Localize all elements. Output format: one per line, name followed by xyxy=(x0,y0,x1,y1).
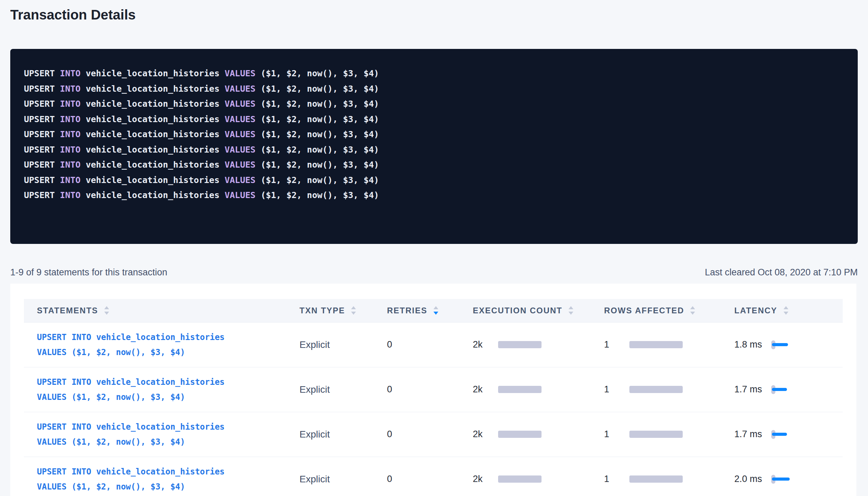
sql-params: ($1, $2, now(), $3, $4) xyxy=(261,114,379,124)
sql-keyword-into: INTO xyxy=(55,190,85,200)
column-label: STATEMENTS xyxy=(37,306,98,315)
latency-value: 1.7 ms xyxy=(734,384,771,395)
sql-keyword-into: INTO xyxy=(55,145,85,155)
latency-bar xyxy=(772,433,787,436)
statement-link-line1[interactable]: UPSERT INTO vehicle_location_histories xyxy=(37,330,289,345)
sql-keyword-values: VALUES xyxy=(219,190,261,200)
sql-params: ($1, $2, now(), $3, $4) xyxy=(261,129,379,139)
sort-arrows-icon xyxy=(104,306,109,315)
execution-count-value: 2k xyxy=(473,429,498,440)
sql-table-name: vehicle_location_histories xyxy=(86,190,219,200)
sql-keyword-upsert: UPSERT xyxy=(24,84,55,94)
sql-keyword-into: INTO xyxy=(55,68,85,78)
column-header-latency[interactable]: LATENCY xyxy=(724,299,843,322)
sql-keyword-upsert: UPSERT xyxy=(24,190,55,200)
sql-params: ($1, $2, now(), $3, $4) xyxy=(261,84,379,94)
latency-bar-chart xyxy=(771,430,802,439)
sql-keyword-upsert: UPSERT xyxy=(24,99,55,109)
rows-affected-cell: 1 xyxy=(594,412,724,457)
sql-statement-line: UPSERT INTO vehicle_location_histories V… xyxy=(24,112,847,127)
statement-link-line1[interactable]: UPSERT INTO vehicle_location_histories xyxy=(37,464,289,479)
execution-count-cell: 2k xyxy=(463,367,594,412)
statement-cell: UPSERT INTO vehicle_location_histories V… xyxy=(24,457,289,496)
sql-statements-box: UPSERT INTO vehicle_location_histories V… xyxy=(10,49,858,244)
rows-affected-cell: 1 xyxy=(594,457,724,496)
sql-keyword-into: INTO xyxy=(55,129,85,139)
execution-count-bar xyxy=(498,431,542,438)
last-cleared-text: Last cleared Oct 08, 2020 at 7:10 PM xyxy=(705,266,858,278)
sql-statement-line: UPSERT INTO vehicle_location_histories V… xyxy=(24,81,847,97)
rows-affected-value: 1 xyxy=(604,384,629,395)
sql-keyword-upsert: UPSERT xyxy=(24,175,55,185)
page-title: Transaction Details xyxy=(10,7,868,23)
execution-count-value: 2k xyxy=(473,339,498,350)
statement-table-row: UPSERT INTO vehicle_location_histories V… xyxy=(24,322,843,367)
rows-affected-value: 1 xyxy=(604,474,629,484)
sql-statement-line: UPSERT INTO vehicle_location_histories V… xyxy=(24,96,847,112)
column-header-retries[interactable]: RETRIES xyxy=(377,299,463,322)
sql-keyword-upsert: UPSERT xyxy=(24,68,55,78)
statement-link-line2[interactable]: VALUES ($1, $2, now(), $3, $4) xyxy=(37,479,289,494)
latency-value: 1.8 ms xyxy=(734,339,771,350)
latency-bar-chart xyxy=(771,340,802,349)
statement-table-row: UPSERT INTO vehicle_location_histories V… xyxy=(24,412,843,457)
retries-cell: 0 xyxy=(377,367,463,412)
sql-keyword-values: VALUES xyxy=(219,68,261,78)
sql-table-name: vehicle_location_histories xyxy=(86,175,219,185)
sql-table-name: vehicle_location_histories xyxy=(86,114,219,124)
statements-summary-bar: 1-9 of 9 statements for this transaction… xyxy=(10,266,858,278)
column-header-statements[interactable]: STATEMENTS xyxy=(24,299,289,322)
latency-bar-chart xyxy=(771,475,802,484)
latency-bar xyxy=(772,478,790,481)
sql-statement-line: UPSERT INTO vehicle_location_histories V… xyxy=(24,127,847,142)
txn-type-cell: Explicit xyxy=(289,367,377,412)
execution-count-bar xyxy=(498,341,542,348)
statement-link-line1[interactable]: UPSERT INTO vehicle_location_histories xyxy=(37,419,289,434)
statement-link-line2[interactable]: VALUES ($1, $2, now(), $3, $4) xyxy=(37,390,289,405)
retries-cell: 0 xyxy=(377,412,463,457)
statements-range-text: 1-9 of 9 statements for this transaction xyxy=(10,266,167,278)
latency-cell: 1.8 ms xyxy=(724,322,843,367)
sql-keyword-into: INTO xyxy=(55,160,85,170)
latency-bar xyxy=(772,343,788,346)
sort-arrows-icon xyxy=(569,306,573,315)
column-header-txn-type[interactable]: TXN TYPE xyxy=(289,299,377,322)
statement-link-line1[interactable]: UPSERT INTO vehicle_location_histories xyxy=(37,375,289,390)
column-label: TXN TYPE xyxy=(299,306,345,315)
sql-keyword-values: VALUES xyxy=(219,160,261,170)
latency-value: 2.0 ms xyxy=(734,474,771,484)
sql-statement-line: UPSERT INTO vehicle_location_histories V… xyxy=(24,173,847,188)
sort-arrows-icon xyxy=(690,306,695,315)
sql-keyword-upsert: UPSERT xyxy=(24,145,55,155)
rows-affected-value: 1 xyxy=(604,339,629,350)
sql-statement-line: UPSERT INTO vehicle_location_histories V… xyxy=(24,66,847,81)
sql-keyword-into: INTO xyxy=(55,114,85,124)
sql-table-name: vehicle_location_histories xyxy=(86,129,219,139)
statement-link-line2[interactable]: VALUES ($1, $2, now(), $3, $4) xyxy=(37,345,289,360)
rows-affected-bar xyxy=(629,386,683,393)
rows-affected-cell: 1 xyxy=(594,367,724,412)
sql-keyword-upsert: UPSERT xyxy=(24,114,55,124)
latency-bar-chart xyxy=(771,385,802,394)
sql-keyword-values: VALUES xyxy=(219,145,261,155)
execution-count-value: 2k xyxy=(473,384,498,395)
sql-keyword-values: VALUES xyxy=(219,99,261,109)
sql-params: ($1, $2, now(), $3, $4) xyxy=(261,175,379,185)
sql-table-name: vehicle_location_histories xyxy=(86,160,219,170)
txn-type-cell: Explicit xyxy=(289,412,377,457)
column-header-rows-affected[interactable]: ROWS AFFECTED xyxy=(594,299,724,322)
rows-affected-cell: 1 xyxy=(594,322,724,367)
column-label: RETRIES xyxy=(387,306,427,315)
sql-statement-line: UPSERT INTO vehicle_location_histories V… xyxy=(24,188,847,203)
column-header-execution-count[interactable]: EXECUTION COUNT xyxy=(463,299,594,322)
sql-params: ($1, $2, now(), $3, $4) xyxy=(261,145,379,155)
statement-link-line2[interactable]: VALUES ($1, $2, now(), $3, $4) xyxy=(37,434,289,449)
statement-cell: UPSERT INTO vehicle_location_histories V… xyxy=(24,412,289,457)
execution-count-cell: 2k xyxy=(463,457,594,496)
rows-affected-bar xyxy=(629,431,683,438)
sql-params: ($1, $2, now(), $3, $4) xyxy=(261,99,379,109)
sql-keyword-values: VALUES xyxy=(219,175,261,185)
sql-statement-line: UPSERT INTO vehicle_location_histories V… xyxy=(24,142,847,158)
sql-params: ($1, $2, now(), $3, $4) xyxy=(261,160,379,170)
sql-statement-line: UPSERT INTO vehicle_location_histories V… xyxy=(24,157,847,173)
